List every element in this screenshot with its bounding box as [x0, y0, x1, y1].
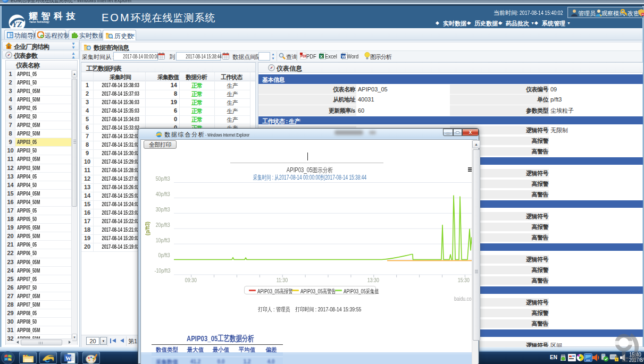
svg-text:W: W — [342, 54, 346, 59]
svg-text:X: X — [320, 54, 323, 59]
svg-text:W: W — [65, 355, 71, 361]
svg-text:PDF: PDF — [300, 54, 306, 58]
